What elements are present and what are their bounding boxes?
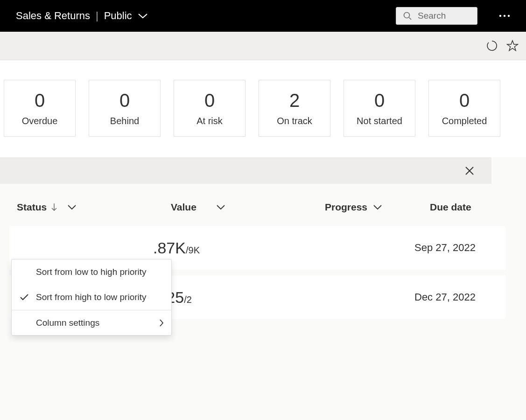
card-value: 0 — [204, 90, 215, 111]
svg-point-4 — [508, 15, 510, 17]
menu-item-label: Sort from high to low priority — [36, 292, 164, 302]
metric-card-not-started[interactable]: 0 Not started — [344, 80, 415, 137]
visibility-dropdown[interactable]: Public — [104, 10, 148, 22]
due-date-cell: Sep 27, 2022 — [412, 242, 476, 254]
metric-card-at-risk[interactable]: 0 At risk — [174, 80, 245, 137]
top-right — [396, 7, 513, 25]
card-value: 0 — [35, 90, 45, 111]
menu-item-sort-high-low[interactable]: Sort from high to low priority — [12, 285, 171, 310]
card-value: 0 — [459, 90, 470, 111]
column-label: Due date — [430, 202, 471, 212]
svg-point-3 — [504, 15, 505, 17]
visibility-label: Public — [104, 10, 132, 22]
metric-card-overdue[interactable]: 0 Overdue — [4, 80, 76, 137]
card-label: Not started — [357, 116, 402, 126]
svg-point-0 — [404, 13, 410, 18]
search-input[interactable] — [418, 11, 470, 21]
card-value: 2 — [289, 90, 300, 111]
menu-item-sort-low-high[interactable]: Sort from low to high priority — [12, 259, 171, 285]
value-main: .87K — [153, 239, 186, 257]
svg-marker-5 — [507, 41, 518, 51]
sub-bar — [0, 32, 526, 60]
svg-line-1 — [409, 18, 412, 20]
search-box[interactable] — [396, 7, 477, 25]
card-label: Overdue — [22, 116, 58, 126]
more-options-button[interactable] — [496, 12, 513, 20]
card-label: Completed — [442, 116, 487, 126]
column-header-status[interactable]: Status — [17, 202, 171, 213]
panel-header — [0, 157, 491, 184]
top-bar: Sales & Returns | Public — [0, 0, 526, 32]
chevron-down-icon — [216, 204, 225, 210]
card-label: At risk — [196, 116, 223, 126]
column-header-due-date[interactable]: Due date — [430, 202, 526, 213]
chevron-down-icon — [373, 204, 382, 210]
chevron-down-icon — [67, 204, 77, 210]
value-target: /9K — [186, 245, 200, 256]
title-divider: | — [96, 10, 98, 22]
breadcrumb: Sales & Returns | Public — [16, 10, 148, 22]
page-title: Sales & Returns — [16, 10, 90, 22]
metric-card-behind[interactable]: 0 Behind — [89, 80, 161, 137]
table-headers: Status Value Progress Due date — [0, 184, 526, 226]
close-icon[interactable] — [464, 166, 475, 176]
column-label: Progress — [325, 202, 367, 213]
value-target: /2 — [184, 294, 192, 305]
checkmark-icon — [19, 294, 29, 301]
column-header-value[interactable]: Value — [171, 202, 325, 213]
menu-item-column-settings[interactable]: Column settings — [12, 310, 171, 335]
card-value: 0 — [374, 90, 385, 111]
arrow-down-icon — [51, 203, 57, 212]
value-cell: 1.25 /2 — [153, 288, 307, 307]
due-date-cell: Dec 27, 2022 — [412, 291, 476, 303]
metric-card-on-track[interactable]: 2 On track — [259, 80, 330, 137]
metric-cards-row: 0 Overdue 0 Behind 0 At risk 2 On track … — [0, 60, 526, 137]
menu-item-label: Column settings — [36, 318, 153, 328]
card-value: 0 — [119, 90, 130, 111]
status-sort-menu: Sort from low to high priority Sort from… — [11, 259, 172, 336]
menu-item-label: Sort from low to high priority — [36, 267, 164, 277]
refresh-icon[interactable] — [486, 40, 498, 52]
chevron-down-icon — [138, 13, 148, 19]
metric-card-completed[interactable]: 0 Completed — [428, 80, 500, 137]
card-label: On track — [277, 116, 312, 126]
star-icon[interactable] — [506, 40, 519, 52]
card-label: Behind — [110, 116, 139, 126]
chevron-right-icon — [159, 319, 164, 327]
column-label: Value — [171, 202, 196, 213]
svg-point-2 — [499, 15, 501, 17]
column-header-progress[interactable]: Progress — [325, 202, 430, 213]
search-icon — [403, 11, 412, 21]
value-cell: .87K /9K — [153, 239, 307, 257]
column-label: Status — [17, 202, 47, 213]
